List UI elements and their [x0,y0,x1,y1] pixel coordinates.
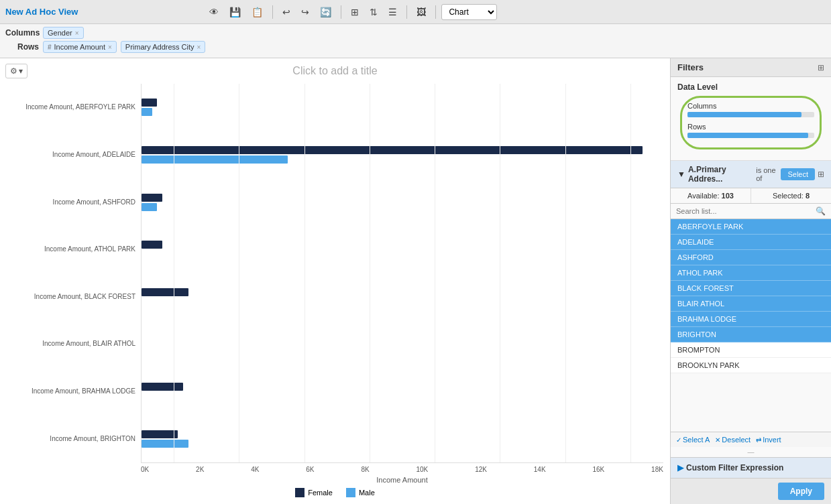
toolbar: 👁 💾 📋 ↩ ↪ 🔄 ⊞ ⇅ ☰ 🖼 Chart Table Crosstab [205,4,497,20]
x-icon: ✕ [715,436,720,444]
hash-icon: # [48,44,52,51]
x-tick-9: 18K [651,466,663,473]
invert-label: Invert [763,436,781,444]
y-label-4: Income Amount, BLACK FOREST [7,293,135,301]
gear-dropdown-icon: ▾ [19,66,23,76]
deselect-btn[interactable]: ✕ Deselect [715,436,751,444]
filters-title: Filters [677,62,704,72]
filter-section: ▼ A.Primary Addres... is one of Select ⊞… [671,161,831,457]
separator-1 [272,5,273,19]
filter-list[interactable]: ABERFOYLE PARK ADELAIDE ASHFORD ATHOL PA… [671,219,831,432]
rows-row: Rows # Income Amount × Primary Address C… [5,41,826,53]
bar-male-0 [142,108,152,116]
filters-options-icon[interactable]: ⊞ [818,63,824,72]
bar-row-7 [142,429,663,449]
legend-female-box [295,488,304,497]
income-amount-tag-close[interactable]: × [108,44,112,51]
primary-address-city-tag-close[interactable]: × [197,44,201,51]
grid-line-2 [239,84,239,462]
filter-bars-highlight: Columns Rows [680,96,822,149]
undo-btn[interactable]: ↩ [278,4,294,20]
filter-item-5[interactable]: BLAIR ATHOL [671,296,831,312]
primary-address-city-tag-text: Primary Address City [125,43,195,51]
filter-available-count: 103 [722,192,734,200]
filter-available: Available: 103 [671,188,751,203]
filter-item-7[interactable]: BRIGHTON [671,327,831,342]
bars-area [141,84,663,462]
filter-section-title: ▼ A.Primary Addres... [677,165,756,184]
bar-row-6 [142,381,663,401]
filter-item-4[interactable]: BLACK FOREST [671,281,831,296]
legend-female-label: Female [308,489,333,497]
filter-item-6[interactable]: BRAHMA LODGE [671,312,831,327]
view-icon-btn[interactable]: 👁 [205,4,223,20]
custom-filter-header[interactable]: ▶ Custom Filter Expression [671,458,831,478]
bar-female-1 [142,146,643,154]
data-level-label: Data Level [677,82,824,92]
select-all-label: Select A [683,436,710,444]
separator-3 [406,5,407,19]
chart-container: Income Amount, ABERFOYLE PARK Income Amo… [7,84,663,497]
chart-title[interactable]: Click to add a title [7,65,663,77]
filter-item-1[interactable]: ADELAIDE [671,235,831,250]
custom-filter-triangle: ▶ [677,463,683,472]
invert-icon: ⇄ [756,436,761,444]
filter-selected-count: 8 [806,192,810,200]
filter-columns-label: Columns [687,102,814,110]
app-title: New Ad Hoc View [5,7,78,17]
columns-row: Columns Gender × [5,27,826,39]
select-button[interactable]: Select [781,168,815,180]
y-label-3: Income Amount, ATHOL PARK [7,245,135,253]
filter-item-2[interactable]: ASHFORD [671,250,831,265]
filter-item-0[interactable]: ABERFOYLE PARK [671,219,831,235]
legend-male-label: Male [359,489,375,497]
bar-row-0 [142,97,663,117]
gender-tag[interactable]: Gender × [43,27,84,39]
grid-line-3 [304,84,305,462]
save-btn[interactable]: 💾 [225,4,245,20]
y-label-2: Income Amount, ASHFORD [7,198,135,206]
invert-btn[interactable]: ⇄ Invert [756,436,781,444]
filter-options-icon[interactable]: ⊞ [818,170,824,179]
x-tick-8: 16K [592,466,604,473]
income-amount-tag[interactable]: # Income Amount × [43,41,117,53]
y-label-6: Income Amount, BRAHMA LODGE [7,387,135,395]
filter-triangle-icon: ▼ [677,170,685,179]
data-level-section: Data Level Columns Rows [671,77,831,161]
select-all-btn[interactable]: ✓ Select A [676,436,710,444]
save-as-btn[interactable]: 📋 [247,4,267,20]
search-input[interactable] [676,207,813,215]
deselect-label: Deselect [722,436,751,444]
grid-line-8 [630,84,631,462]
sort-btn[interactable]: ⇅ [366,4,382,20]
gender-tag-close[interactable]: × [75,29,79,37]
filter-rows-bar [687,133,808,138]
bar-male-2 [142,203,157,211]
x-tick-7: 14K [534,466,546,473]
gear-button[interactable]: ⚙ ▾ [5,64,27,78]
layout-btn[interactable]: ⊞ [347,4,363,20]
y-label-7: Income Amount, BRIGHTON [7,435,135,443]
legend-male-box [346,488,355,497]
custom-filter-section: ▶ Custom Filter Expression [671,457,831,478]
chart-legend: Female Male [7,488,663,497]
main-area: ⚙ ▾ Click to add a title Income Amount, … [0,58,831,504]
refresh-btn[interactable]: 🔄 [316,4,335,20]
gender-tag-text: Gender [48,29,72,37]
redo-btn[interactable]: ↪ [297,4,313,20]
columns-label: Columns [5,28,39,38]
filter-selected: Selected: 8 [751,188,831,203]
filter-item-3[interactable]: ATHOL PARK [671,265,831,281]
grid-line-7 [565,84,566,462]
primary-address-city-tag[interactable]: Primary Address City × [121,41,206,53]
chart-type-select[interactable]: Chart Table Crosstab [441,4,497,20]
y-label-1: Income Amount, ADELAIDE [7,151,135,159]
image-btn[interactable]: 🖼 [412,4,430,20]
grid-line-5 [435,84,435,462]
table-btn[interactable]: ☰ [384,4,401,20]
bar-female-4 [142,288,188,296]
search-icon: 🔍 [816,206,826,216]
apply-button[interactable]: Apply [778,483,824,500]
filter-item-8[interactable]: BROMPTON [671,342,831,358]
filter-item-9[interactable]: BROOKLYN PARK [671,358,831,373]
